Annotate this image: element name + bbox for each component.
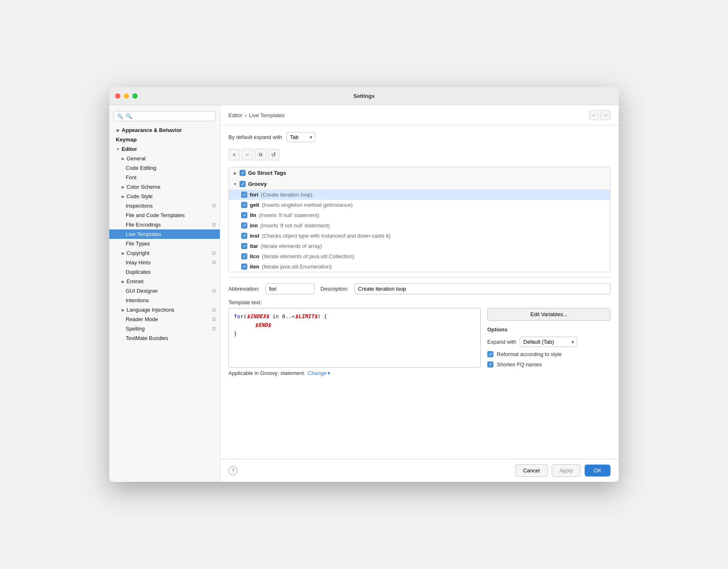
maximize-button[interactable] [132, 93, 138, 99]
item-checkbox-geti[interactable] [241, 202, 247, 208]
template-desc: (Iterate elements of java.util.Collectio… [262, 253, 354, 259]
sidebar-item-language-injections[interactable]: ▶ Language Injections ⊡ [109, 305, 220, 315]
sidebar-item-label: Live Templates [126, 231, 161, 237]
sidebar-item-label: GUI Designer [126, 288, 158, 294]
help-button[interactable]: ? [228, 466, 237, 475]
sidebar-item-label: Reader Mode [126, 316, 158, 322]
sidebar-item-gui-designer[interactable]: GUI Designer ⊡ [109, 286, 220, 296]
sidebar-item-code-style[interactable]: ▶ Code Style [109, 192, 220, 201]
item-checkbox-itco[interactable] [241, 253, 247, 259]
sidebar-item-appearance[interactable]: ▶ Appearance & Behavior [109, 125, 220, 135]
sidebar-badge: ⊡ [212, 203, 216, 208]
applicable-row: Applicable in Groovy: statement. Change … [228, 370, 611, 376]
shorten-fq-checkbox[interactable] [487, 361, 493, 368]
reformat-checkbox-row[interactable]: Reformat according to style [487, 351, 611, 357]
sidebar-item-font[interactable]: Font [109, 173, 220, 182]
sidebar-item-inlay-hints[interactable]: Inlay Hints ⊡ [109, 258, 220, 267]
sidebar-item-textmate-bundles[interactable]: TextMate Bundles [109, 333, 220, 343]
expand-with-label: By default expand with [228, 134, 282, 140]
item-checkbox-ifn[interactable] [241, 212, 247, 218]
toolbar: + − ⧉ ↺ [228, 149, 611, 160]
sidebar-item-code-editing[interactable]: Code Editing [109, 163, 220, 173]
sidebar-item-live-templates[interactable]: Live Templates [109, 229, 220, 239]
breadcrumb: Editor › Live Templates [228, 112, 285, 118]
copy-template-button[interactable]: ⧉ [255, 149, 266, 160]
item-checkbox-inn[interactable] [241, 222, 247, 229]
edit-variables-button[interactable]: Edit Variables... [487, 308, 611, 321]
template-item-geti[interactable]: geti (Inserts singleton method getInstan… [229, 200, 610, 210]
sidebar-item-emmet[interactable]: ▶ Emmet [109, 277, 220, 286]
sidebar-item-duplicates[interactable]: Duplicates [109, 267, 220, 277]
sidebar-item-reader-mode[interactable]: Reader Mode ⊡ [109, 315, 220, 324]
sidebar-item-file-encodings[interactable]: File Encodings ⊡ [109, 220, 220, 229]
item-checkbox-itar[interactable] [241, 243, 247, 249]
sidebar-item-editor[interactable]: ▼ Editor [109, 144, 220, 154]
abbreviation-input[interactable] [265, 283, 315, 294]
template-abbr: inst [250, 233, 259, 239]
sidebar-item-spelling[interactable]: Spelling ⊡ [109, 324, 220, 333]
group-checkbox-groovy[interactable] [240, 181, 246, 187]
expand-with-select[interactable]: Tab Enter Space [286, 132, 316, 142]
sidebar-badge: ⊡ [212, 250, 216, 256]
code-var-end: $END$ [255, 322, 271, 328]
item-checkbox-iten[interactable] [241, 264, 247, 270]
template-code-area[interactable]: for($INDEX$ in 0..<$LIMIT$) { $END$ } [228, 308, 481, 368]
ok-button[interactable]: OK [585, 465, 611, 476]
sidebar-item-label: Duplicates [126, 269, 151, 275]
sidebar-item-file-code-templates[interactable]: File and Code Templates [109, 210, 220, 220]
shorten-fq-checkbox-row[interactable]: Shorten FQ names [487, 361, 611, 368]
description-input[interactable] [355, 283, 611, 294]
template-item-iten[interactable]: iten (Iterate java.util.Enumeration) [229, 261, 610, 272]
nav-forward-button[interactable]: → [601, 110, 611, 120]
sidebar-item-keymap[interactable]: Keymap [109, 135, 220, 144]
cancel-button[interactable]: Cancel [515, 464, 547, 477]
template-group-go-struct-tags[interactable]: ▶ Go Struct Tags [229, 167, 610, 178]
template-item-itar[interactable]: itar (Iterate elements of array) [229, 241, 610, 251]
template-abbr: itar [250, 243, 258, 249]
chevron-right-icon: ▶ [121, 308, 125, 312]
sidebar-item-label: Editor [122, 146, 137, 152]
sidebar-item-color-scheme[interactable]: ▶ Color Scheme [109, 182, 220, 192]
remove-template-button[interactable]: − [242, 149, 253, 160]
close-button[interactable] [115, 93, 120, 99]
apply-button[interactable]: Apply [552, 464, 581, 477]
sidebar-item-intentions[interactable]: Intentions [109, 296, 220, 305]
group-label: Go Struct Tags [248, 170, 286, 176]
sidebar-item-copyright[interactable]: ▶ Copyright ⊡ [109, 248, 220, 258]
template-item-ifn[interactable]: ifn (Inserts 'if null' statement) [229, 210, 610, 220]
breadcrumb-parent: Editor [228, 112, 242, 118]
applicable-text: Applicable in Groovy: statement. [228, 370, 305, 376]
template-desc: (Create iteration loop) [261, 192, 313, 198]
sidebar-item-general[interactable]: ▶ General [109, 154, 220, 163]
template-abbr: geti [250, 202, 259, 208]
template-desc: (Inserts singleton method getInstance) [262, 202, 352, 208]
add-template-button[interactable]: + [228, 149, 240, 160]
template-item-itco[interactable]: itco (Iterate elements of java.util.Coll… [229, 251, 610, 261]
item-checkbox-fori[interactable] [241, 192, 247, 198]
expand-with-options-label: Expand with [487, 339, 516, 345]
sidebar-item-label: Copyright [127, 250, 150, 256]
sidebar-item-label: Code Editing [126, 165, 156, 171]
sidebar-item-label: Spelling [126, 326, 145, 332]
search-box[interactable]: 🔍 [113, 111, 216, 121]
change-link[interactable]: Change ▾ [308, 370, 330, 376]
search-input[interactable] [126, 113, 212, 119]
template-item-fori[interactable]: fori (Create iteration loop) [229, 190, 610, 200]
template-abbr: ifn [250, 212, 256, 218]
template-item-inst[interactable]: inst (Checks object type with instanceof… [229, 231, 610, 241]
sidebar-item-file-types[interactable]: File Types [109, 239, 220, 248]
template-item-inn[interactable]: inn (Inserts 'if not null' statement) [229, 220, 610, 231]
abbr-desc-row: Abbreviation: Description: [228, 283, 611, 294]
sidebar-item-label: Appearance & Behavior [122, 127, 182, 133]
group-checkbox-go-struct-tags[interactable] [240, 170, 246, 176]
reformat-checkbox[interactable] [487, 351, 493, 357]
template-group-groovy[interactable]: ▼ Groovy [229, 178, 610, 190]
options-select-wrap[interactable]: Default (Tab) Tab Enter Space [520, 337, 577, 347]
sidebar-item-inspections[interactable]: Inspections ⊡ [109, 201, 220, 210]
expand-with-select-wrap[interactable]: Tab Enter Space [286, 132, 316, 142]
minimize-button[interactable] [124, 93, 129, 99]
expand-with-options-select[interactable]: Default (Tab) Tab Enter Space [520, 337, 577, 347]
reset-template-button[interactable]: ↺ [268, 149, 279, 160]
nav-back-button[interactable]: ← [589, 110, 599, 120]
item-checkbox-inst[interactable] [241, 233, 247, 239]
